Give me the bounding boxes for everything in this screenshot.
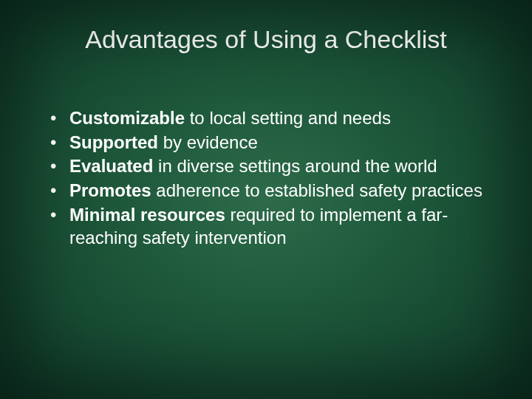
bullet-bold: Supported	[69, 132, 158, 152]
list-item: Promotes adherence to established safety…	[46, 180, 495, 202]
bullet-rest: adherence to established safety practice…	[151, 180, 482, 200]
bullet-bold: Customizable	[69, 108, 185, 128]
bullet-bold: Minimal resources	[69, 205, 225, 225]
slide: Advantages of Using a Checklist Customiz…	[0, 0, 532, 399]
list-item: Minimal resources required to implement …	[46, 204, 495, 249]
list-item: Supported by evidence	[46, 132, 495, 154]
bullet-bold: Evaluated	[69, 156, 153, 176]
list-item: Evaluated in diverse settings around the…	[46, 155, 495, 178]
bullet-list: Customizable to local setting and needs …	[37, 107, 495, 249]
bullet-bold: Promotes	[69, 180, 151, 200]
slide-title: Advantages of Using a Checklist	[37, 25, 495, 54]
bullet-rest: to local setting and needs	[185, 108, 391, 128]
bullet-rest: in diverse settings around the world	[153, 156, 437, 176]
list-item: Customizable to local setting and needs	[46, 107, 495, 130]
bullet-rest: by evidence	[158, 132, 258, 152]
